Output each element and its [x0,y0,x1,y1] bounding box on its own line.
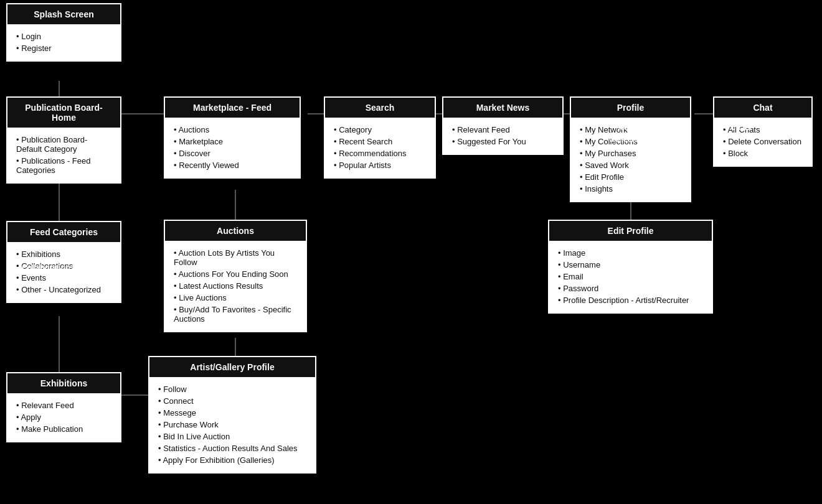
search-recent: Recent Search [334,136,426,147]
editprofile-body: Image Username Email Password Profile De… [549,241,712,312]
marketnews-body: Relevant Feed Suggested For You [443,118,562,154]
ex-relevant: Relevant Feed [16,399,111,411]
ep-username: Username [558,259,703,271]
pub-feed: Publications - Feed Categories [16,155,111,176]
profile-edit: Edit Profile [580,171,681,183]
profile-header: Profile [571,98,690,118]
ag-connect: Connect [158,395,306,407]
profile-purchases: My Purchases [580,147,681,159]
chat-node: Chat All Chats Delete Conversation Block [713,96,813,167]
editprofile-header: Edit Profile [549,221,712,241]
editprofile-node: Edit Profile Image Username Email Passwo… [548,220,713,314]
mp-recently: Recently Viewed [174,159,291,171]
mp-auctions: Auctions [174,124,291,136]
search-recommendations: Recommendations [334,147,426,159]
collections-label: Collections [609,135,650,144]
profile-saved: Saved Work [580,159,681,171]
ep-image: Image [558,247,703,259]
splash-register: Register [16,42,111,54]
ag-message: Messege [158,407,306,419]
collaborations-label: Collaborations [22,263,74,272]
auc-live: Live Auctions [174,292,297,304]
search-node: Search Category Recent Search Recommenda… [324,96,436,179]
feedcategories-body: Exhibitions Collaborations Events Other … [7,242,120,302]
pub-default: Publication Board- Default Category [16,134,111,155]
feedcategories-header: Feed Categories [7,222,120,242]
exhibitions-node: Exhibitions Relevant Feed Apply Make Pub… [6,372,121,442]
publication-node: Publication Board-Home Publication Board… [6,96,121,184]
chat-block: Block [723,147,803,159]
ag-purchase: Purchase Work [158,419,306,431]
splash-node: Splash Screen Login Register [6,3,121,62]
chats-label: Chats [730,123,751,132]
auc-results: Latest Auctions Results [174,280,297,292]
marketnews-header: Market News [443,98,562,118]
fc-exhibitions: Exhibitions [16,248,111,260]
publication-body: Publication Board- Default Category Publ… [7,128,120,182]
ep-email: Email [558,271,703,282]
profile-node: Profile My Network My Collections My Pur… [570,96,691,202]
ag-statistics: Statistics - Auction Results And Sales [158,442,306,454]
mp-marketplace: Marketplace [174,136,291,147]
artistgallery-body: Follow Connect Messege Purchase Work Bid… [149,377,315,472]
chat-header: Chat [714,98,811,118]
auctions-for-you-label: Auctions For You Ending Soon [181,263,290,272]
ep-description: Profile Description - Artist/Recruiter [558,294,703,306]
auctions-header: Auctions [165,221,306,241]
search-category: Category [334,124,426,136]
artistgallery-node: Artist/Gallery Profile Follow Connect Me… [148,356,316,474]
search-popular: Popular Artists [334,159,426,171]
ex-publication: Make Publication [16,423,111,435]
artistgallery-header: Artist/Gallery Profile [149,357,315,377]
ep-password: Password [558,282,703,294]
ag-bid: Bid In Live Auction [158,431,306,442]
mp-discover: Discover [174,147,291,159]
ag-apply: Apply For Exhibition (Galleries) [158,454,306,466]
marketplace-body: Auctions Marketplace Discover Recently V… [165,118,300,177]
profile-insights: Insights [580,183,681,195]
ex-apply: Apply [16,411,111,423]
diagram: Splash Screen Login Register Publication… [0,0,822,504]
ag-follow: Follow [158,383,306,395]
exhibitions-header: Exhibitions [7,373,120,393]
search-header: Search [325,98,435,118]
marketnews-node: Market News Relevant Feed Suggested For … [442,96,564,155]
search-body: Category Recent Search Recommendations P… [325,118,435,177]
fc-events: Events [16,272,111,284]
fc-other: Other - Uncategorized [16,284,111,296]
chat-delete: Delete Conversation [723,136,803,147]
marketplace-header: Marketplace - Feed [165,98,300,118]
chat-body: All Chats Delete Conversation Block [714,118,811,166]
splash-login: Login [16,30,111,42]
feedcategories-node: Feed Categories Exhibitions Collaboratio… [6,221,121,303]
exhibitions-body: Relevant Feed Apply Make Publication [7,393,120,441]
mn-relevant: Relevant Feed [452,124,554,136]
splash-header: Splash Screen [7,4,120,24]
auctions-node: Auctions Auction Lots By Artists You Fol… [164,220,307,332]
auc-buy: Buy/Add To Favorites - Specific Auctions [174,304,297,325]
marketplace-node: Marketplace - Feed Auctions Marketplace … [164,96,301,179]
network-label: Network [618,123,648,132]
publication-header: Publication Board-Home [7,98,120,128]
mn-suggested: Suggested For You [452,136,554,147]
auctions-body: Auction Lots By Artists You Follow Aucti… [165,241,306,331]
splash-body: Login Register [7,24,120,60]
